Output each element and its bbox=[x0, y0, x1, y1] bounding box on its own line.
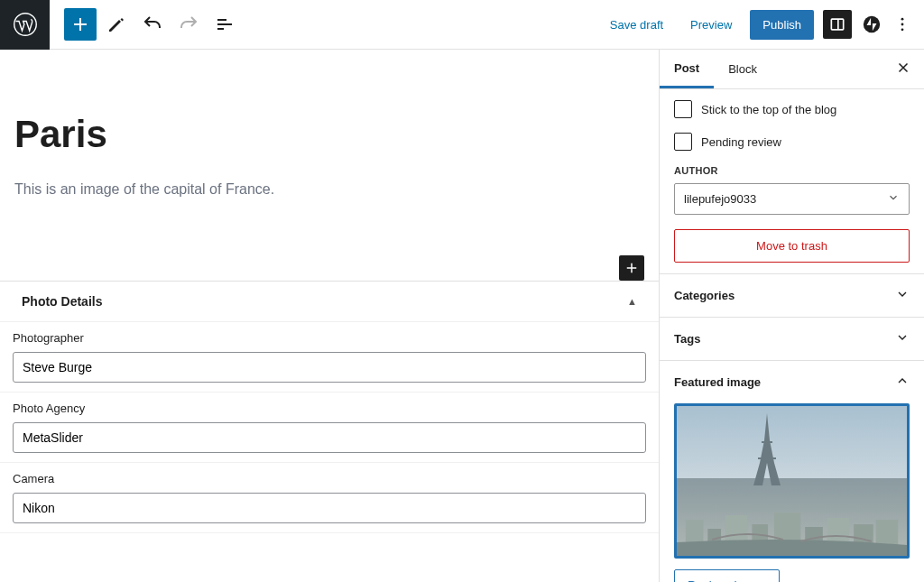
svg-point-5 bbox=[901, 23, 904, 26]
photo-details-title: Photo Details bbox=[22, 294, 102, 309]
chevron-down-icon bbox=[887, 191, 900, 207]
jetpack-icon[interactable] bbox=[861, 14, 882, 35]
pending-review-label: Pending review bbox=[701, 135, 781, 149]
move-to-trash-button[interactable]: Move to trash bbox=[674, 229, 910, 263]
featured-image-label: Featured image bbox=[674, 375, 761, 389]
chevron-down-icon bbox=[895, 330, 910, 347]
redo-button[interactable] bbox=[172, 8, 205, 41]
author-value: lilepufejo9033 bbox=[684, 192, 756, 206]
undo-button[interactable] bbox=[136, 8, 169, 41]
preview-button[interactable]: Preview bbox=[681, 13, 741, 37]
post-title[interactable]: Paris bbox=[14, 113, 644, 156]
svg-point-4 bbox=[901, 18, 904, 21]
chevron-down-icon bbox=[895, 287, 910, 304]
close-panel-button[interactable] bbox=[895, 60, 911, 79]
publish-button[interactable]: Publish bbox=[750, 10, 814, 40]
tags-label: Tags bbox=[674, 332, 700, 346]
sidebar-toggle-button[interactable] bbox=[823, 10, 852, 39]
edit-tool-button[interactable] bbox=[100, 8, 133, 41]
insert-block-button[interactable] bbox=[619, 255, 644, 281]
wordpress-logo[interactable] bbox=[0, 0, 50, 50]
tab-block[interactable]: Block bbox=[714, 50, 772, 88]
sticky-label: Stick to the top of the blog bbox=[701, 103, 836, 116]
camera-label: Camera bbox=[13, 472, 646, 485]
options-menu-button[interactable] bbox=[892, 10, 913, 39]
collapse-icon: ▲ bbox=[627, 296, 637, 307]
categories-panel-header[interactable]: Categories bbox=[660, 274, 924, 317]
featured-image-panel-header[interactable]: Featured image bbox=[660, 361, 924, 403]
document-outline-button[interactable] bbox=[208, 8, 241, 41]
add-block-button[interactable] bbox=[64, 8, 97, 41]
post-content[interactable]: This is an image of the capital of Franc… bbox=[14, 181, 644, 198]
pending-review-checkbox[interactable] bbox=[674, 133, 692, 151]
featured-image-preview[interactable] bbox=[674, 403, 910, 559]
sticky-checkbox[interactable] bbox=[674, 100, 692, 118]
tab-post[interactable]: Post bbox=[660, 50, 714, 88]
photographer-label: Photographer bbox=[13, 331, 646, 345]
svg-point-6 bbox=[901, 28, 904, 31]
author-section-label: AUTHOR bbox=[674, 165, 910, 176]
save-draft-button[interactable]: Save draft bbox=[601, 13, 672, 37]
photo-agency-label: Photo Agency bbox=[13, 402, 646, 415]
photographer-input[interactable] bbox=[13, 352, 646, 383]
camera-input[interactable] bbox=[13, 493, 646, 523]
replace-image-button[interactable]: Replace Image bbox=[674, 569, 780, 582]
author-select[interactable]: lilepufejo9033 bbox=[674, 183, 910, 215]
svg-point-0 bbox=[14, 14, 36, 36]
svg-point-3 bbox=[864, 16, 880, 32]
photo-details-panel-header[interactable]: Photo Details ▲ bbox=[0, 282, 659, 322]
tags-panel-header[interactable]: Tags bbox=[660, 318, 924, 360]
categories-label: Categories bbox=[674, 289, 735, 302]
chevron-up-icon bbox=[895, 374, 910, 391]
photo-agency-input[interactable] bbox=[13, 422, 646, 453]
